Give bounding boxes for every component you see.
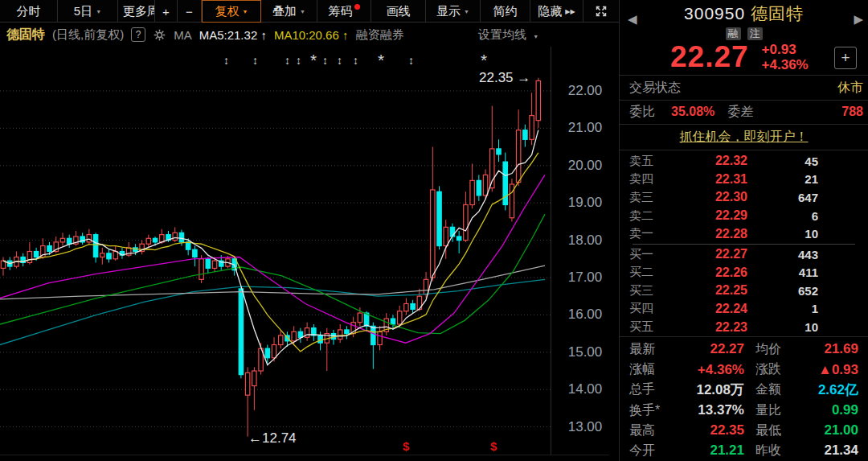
star-event-marker-icon[interactable]: * — [481, 51, 487, 70]
ask-row-5[interactable]: 卖五 22.32 45 — [620, 152, 868, 171]
zoom-in-button[interactable]: + — [155, 0, 178, 23]
bid-volume: 1 — [812, 302, 818, 315]
stat-value: ▲0.93 — [807, 362, 858, 378]
stats-section: 最新 22.27 均价 21.69 涨幅 +4.36% 涨跌 ▲0.93 总手 … — [620, 337, 868, 461]
stat-label: 换手* — [629, 402, 681, 419]
plus-icon: + — [841, 49, 850, 67]
ask-row-3[interactable]: 卖三 22.30 647 — [620, 188, 868, 207]
fullscreen-button[interactable] — [583, 0, 619, 23]
toolbar-button-drawline[interactable]: 画线 — [371, 0, 426, 23]
stat-value: 0.99 — [807, 402, 858, 418]
stat-value: 22.27 — [681, 341, 744, 357]
bid-row-5[interactable]: 买五 22.23 10 — [620, 318, 868, 336]
ask-row-1[interactable]: 卖一 22.28 10 — [620, 224, 868, 243]
candle — [206, 257, 210, 274]
bid-label: 买五 — [629, 319, 671, 335]
candle — [126, 242, 130, 257]
chevron-down-icon: ▼ — [464, 9, 469, 14]
star-event-marker-icon[interactable]: * — [310, 51, 317, 70]
help-button[interactable]: ? — [131, 27, 145, 42]
toolbar-button-display[interactable]: 显示▼ — [426, 0, 481, 23]
candle — [530, 93, 534, 145]
candle — [338, 324, 342, 343]
margin-event-icon[interactable]: $ — [403, 439, 409, 453]
prev-stock-button[interactable]: ◀ — [628, 12, 637, 27]
stock-badges: 融 注 — [620, 27, 868, 40]
candle — [120, 248, 124, 259]
stat-label: 涨跌 — [755, 361, 807, 378]
toolbar-button-overlay[interactable]: 叠加▼ — [261, 0, 317, 23]
open-account-link[interactable]: 抓住机会，即刻开户！ — [680, 129, 809, 146]
double-right-arrow-icon: ▶▶ — [565, 8, 575, 15]
updown-event-marker-icon[interactable]: ↕ — [223, 54, 229, 67]
updown-event-marker-icon[interactable]: ↕ — [337, 54, 342, 67]
stats-row: 涨幅 +4.36% 涨跌 ▲0.93 — [629, 360, 858, 380]
candlestick-chart-canvas[interactable]: 22.35 → ←12.74 22.0021.0020.0019.0018.00… — [0, 47, 619, 461]
ask-price: 22.29 — [671, 208, 747, 223]
margin-event-icon[interactable]: $ — [490, 439, 497, 453]
ask-row-4[interactable]: 卖四 22.31 21 — [620, 171, 868, 189]
button-label: 更多周期 — [123, 4, 155, 19]
bid-price: 22.25 — [671, 283, 747, 298]
y-axis-label: 13.00 — [560, 419, 610, 435]
y-axis-label: 15.00 — [560, 344, 610, 360]
ask-row-2[interactable]: 卖二 22.29 6 — [620, 207, 868, 225]
button-label: 显示 — [436, 4, 461, 19]
next-stock-button[interactable]: ▶ — [854, 12, 863, 27]
ask-label: 卖三 — [629, 190, 671, 205]
star-event-marker-icon[interactable]: * — [378, 51, 384, 70]
candle — [523, 125, 527, 147]
fullscreen-icon — [595, 5, 608, 18]
order-book: 卖五 22.32 45 卖四 22.31 21 卖三 22.30 647 卖二 … — [620, 150, 868, 337]
stat-value: 13.37% — [681, 402, 744, 418]
chart-header: 德固特 (日线,前复权) ? MA MA5:21.32 ↑ MA10:20.66… — [0, 23, 619, 47]
updown-event-marker-icon[interactable]: ↕ — [322, 54, 328, 67]
button-label: 隐藏 — [538, 4, 562, 19]
stat-value: 21.69 — [807, 341, 858, 357]
candle — [470, 163, 474, 208]
candle — [503, 153, 507, 211]
stat-label: 今开 — [629, 442, 681, 459]
candle — [457, 231, 461, 253]
gear-icon[interactable] — [153, 28, 166, 42]
bid-volume: 411 — [799, 265, 818, 279]
up-arrow-icon: ↑ — [260, 28, 267, 42]
zoom-out-button[interactable]: − — [178, 0, 202, 23]
toolbar-button-adjust[interactable]: 复权▼ — [202, 0, 261, 23]
ma-settings-button[interactable]: 设置均线 ▼ — [478, 27, 538, 43]
candle — [80, 233, 84, 245]
updown-event-marker-icon[interactable]: ↕ — [252, 54, 258, 67]
bid-row-2[interactable]: 买二 22.26 411 — [620, 264, 868, 282]
stat-label: 总手 — [629, 381, 681, 398]
ask-volume: 21 — [805, 172, 818, 186]
toolbar-button-timeshare[interactable]: 分时 — [0, 0, 58, 23]
toolbar-button-hide[interactable]: 隐藏▶▶ — [530, 0, 583, 23]
trade-status-value: 休市 — [837, 80, 863, 97]
price-row: 22.27 +0.93 +4.36% + — [620, 40, 868, 74]
toolbar-button-more-periods[interactable]: 更多周期 — [118, 0, 155, 23]
bid-row-3[interactable]: 买三 22.25 652 — [620, 282, 868, 300]
candle — [60, 233, 64, 245]
toolbar-button-5day[interactable]: 5日▼ — [58, 0, 118, 23]
toolbar-button-simple[interactable]: 简约 — [481, 0, 530, 23]
ask-price: 22.30 — [671, 190, 747, 204]
quote-header: ◀ ▶ 300950 德固特 融 注 22.27 +0.93 +4.36% + — [620, 0, 868, 76]
bid-ask-divider — [633, 244, 855, 245]
stat-value: +4.36% — [681, 362, 744, 378]
y-axis-label: 22.00 — [560, 83, 610, 99]
updown-event-marker-icon[interactable]: ↕ — [296, 54, 301, 67]
candle — [239, 287, 243, 379]
ask-price: 22.32 — [671, 154, 747, 168]
updown-event-marker-icon[interactable]: ↕ — [353, 54, 358, 67]
bid-price: 22.26 — [671, 265, 747, 280]
margin-trading-label[interactable]: 融资融券 — [355, 27, 403, 43]
bid-price: 22.23 — [671, 320, 747, 335]
updown-event-marker-icon[interactable]: ↕ — [408, 54, 414, 67]
bid-row-4[interactable]: 买四 22.24 1 — [620, 300, 868, 319]
candle — [68, 235, 72, 248]
button-label: 分时 — [17, 4, 41, 19]
updown-event-marker-icon[interactable]: ↕ — [285, 54, 290, 67]
toolbar-button-chips[interactable]: 筹码 — [317, 0, 371, 23]
bid-row-1[interactable]: 买一 22.27 443 — [620, 245, 868, 264]
add-to-watchlist-button[interactable]: + — [834, 47, 857, 69]
